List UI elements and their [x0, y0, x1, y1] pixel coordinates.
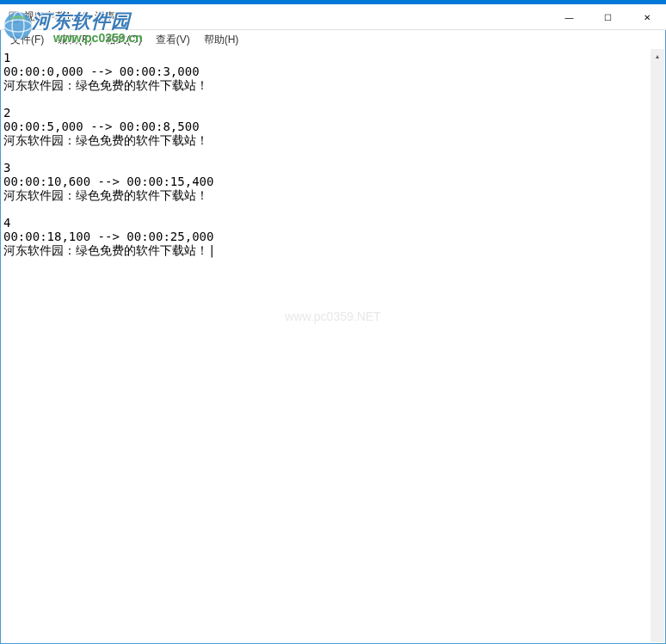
- scrollbar-up-arrow[interactable]: ▴: [651, 49, 664, 63]
- titlebar[interactable]: 视频字幕1.srt - 记事本 — ☐ ✕: [0, 4, 666, 30]
- menu-view[interactable]: 查看(V): [149, 31, 197, 49]
- titlebar-left: 视频字幕1.srt - 记事本: [7, 9, 126, 24]
- menu-format[interactable]: 格式(O): [99, 31, 148, 49]
- window-title: 视频字幕1.srt - 记事本: [24, 9, 126, 24]
- editor-area[interactable]: 1 00:00:0,000 --> 00:00:3,000 河东软件园：绿色免费…: [2, 49, 651, 642]
- window-controls: — ☐ ✕: [550, 4, 666, 29]
- minimize-button[interactable]: —: [550, 4, 589, 30]
- menu-edit[interactable]: 编辑(E): [51, 31, 99, 49]
- menubar: 文件(F) 编辑(E) 格式(O) 查看(V) 帮助(H): [0, 30, 666, 49]
- close-button[interactable]: ✕: [627, 4, 666, 30]
- menu-file[interactable]: 文件(F): [3, 31, 51, 49]
- menu-help[interactable]: 帮助(H): [197, 31, 246, 49]
- scrollbar-vertical[interactable]: ▴: [651, 49, 664, 642]
- notepad-icon: [7, 10, 21, 24]
- maximize-button[interactable]: ☐: [589, 4, 627, 30]
- svg-rect-0: [9, 12, 18, 22]
- editor-content[interactable]: 1 00:00:0,000 --> 00:00:3,000 河东软件园：绿色免费…: [2, 49, 651, 259]
